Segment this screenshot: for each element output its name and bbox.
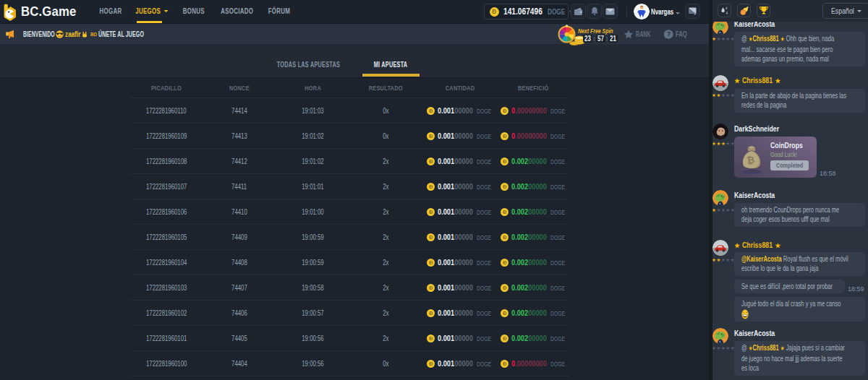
username[interactable]: Nvargas bbox=[651, 7, 673, 16]
bc-game-logo[interactable] bbox=[2, 2, 17, 22]
megaphone-icon bbox=[5, 30, 15, 39]
table-row[interactable]: 1722281960104 74408 19:00:59 2x Đ 0.0010… bbox=[130, 250, 569, 275]
coindrops-title: CoinDrops bbox=[770, 141, 803, 150]
avatar[interactable] bbox=[712, 328, 728, 344]
nav-label: BONUS bbox=[183, 7, 205, 15]
chat-bubble[interactable]: En la parte de abajo de la pagina tienes… bbox=[734, 89, 865, 113]
chat-message: ★★★★★ KaiserAcosta @ ★Chriss881 ★ Jajaja… bbox=[712, 328, 868, 376]
table-row[interactable]: 1722281960106 74410 19:01:00 2x Đ 0.0010… bbox=[130, 199, 569, 225]
profit-cell: Đ 0.00200000 DOGE bbox=[498, 283, 569, 292]
table-row[interactable]: 1722281960101 74405 19:00:56 2x Đ 0.0010… bbox=[130, 326, 569, 351]
language-label: Español bbox=[831, 7, 854, 15]
bets-table: PICADILLO NONCE HORA RESULTADO CANTIDAD … bbox=[130, 78, 569, 376]
coindrops-subtitle: Good Luck! bbox=[770, 151, 797, 158]
chat-bubble[interactable]: oh tremendo CounDrops pero nunca me deja… bbox=[734, 203, 865, 227]
faq-button[interactable]: ? FAQ bbox=[664, 24, 687, 44]
table-row[interactable]: 1722281960100 74404 19:00:56 0x Đ 0.0010… bbox=[130, 351, 569, 376]
chat-bubble[interactable]: @KaiserAcosta Royal flush es que el móvi… bbox=[734, 252, 865, 276]
tab-my-bets[interactable]: MI APUESTA bbox=[374, 60, 408, 69]
nav-item-hogar[interactable]: HOGAR bbox=[100, 0, 122, 22]
language-selector[interactable]: Español bbox=[822, 3, 868, 19]
profit-cell: Đ 0.00200000 DOGE bbox=[498, 182, 569, 191]
coin-drops-button[interactable] bbox=[718, 4, 731, 17]
avatar[interactable] bbox=[712, 240, 728, 256]
doge-coin-icon: Đ bbox=[490, 7, 499, 17]
currency-label: DOGE bbox=[477, 360, 491, 368]
sidebar-divider bbox=[709, 0, 712, 380]
bets-tabs-band: TODAS LAS APUESTAS MI APUESTA bbox=[0, 44, 709, 78]
currency-label: DOGE bbox=[550, 309, 565, 317]
chat-messages-area[interactable]: ★★★★★ KaiserAcosta @ ★Chriss881 ★ Ohh qu… bbox=[712, 22, 868, 380]
doge-coin-icon: Đ bbox=[427, 208, 435, 216]
vip-star-icon: ★ bbox=[734, 242, 740, 249]
coindrops-card[interactable]: ₿ CoinDrops Good Luck! Completed bbox=[734, 137, 817, 178]
mention: Chriss881 bbox=[753, 343, 779, 352]
bet-hash-cell: 1722281960107 bbox=[130, 183, 203, 191]
chat-username[interactable]: KaiserAcosta bbox=[734, 190, 868, 201]
avatar[interactable] bbox=[712, 190, 728, 206]
brand-name[interactable]: BC.Game bbox=[21, 4, 77, 20]
avatar[interactable] bbox=[712, 124, 728, 139]
table-row[interactable]: 1722281960108 74412 19:01:02 2x Đ 0.0010… bbox=[130, 149, 569, 174]
nav-item-forum[interactable]: FÓRUM bbox=[268, 0, 291, 22]
profit-cell: Đ 0.00200000 DOGE bbox=[498, 233, 569, 241]
doge-coin-icon: Đ bbox=[501, 157, 509, 165]
user-rating: ★★★★★ bbox=[712, 207, 736, 213]
bet-hash-cell: 1722281960100 bbox=[130, 360, 203, 368]
bell-icon bbox=[590, 7, 599, 16]
top-navigation-bar: BC.Game HOGAR JUEGOS BONUS ASOCIADO FÓRU… bbox=[0, 0, 709, 24]
time-cell: 19:01:01 bbox=[276, 183, 349, 191]
chat-username[interactable]: DarkSchneider bbox=[734, 124, 868, 134]
country-badge: BD bbox=[90, 31, 97, 38]
chevron-down-icon bbox=[163, 10, 168, 14]
tournament-button[interactable] bbox=[757, 4, 770, 17]
dark-face-avatar-icon bbox=[712, 124, 728, 139]
free-spin-label: Next Free Spin bbox=[578, 27, 613, 35]
balance-selector[interactable]: Đ 141.067496 DOGE bbox=[484, 4, 569, 20]
doge-coin-icon: Đ bbox=[427, 157, 435, 165]
chat-bubble[interactable]: Se que es difícil ,pero total por probar bbox=[734, 280, 845, 294]
chat-toggle-button[interactable] bbox=[685, 4, 700, 19]
messages-button[interactable] bbox=[603, 4, 618, 19]
nonce-cell: 74414 bbox=[203, 107, 276, 115]
table-row[interactable]: 1722281960107 74411 19:01:01 2x Đ 0.0010… bbox=[130, 174, 569, 199]
nav-item-juegos[interactable]: JUEGOS bbox=[136, 0, 169, 22]
nav-item-bonus[interactable]: BONUS bbox=[183, 0, 205, 22]
bet-hash-cell: 1722281960105 bbox=[130, 233, 203, 241]
trophy-icon bbox=[759, 6, 769, 15]
chat-bubble[interactable]: @ ★Chriss881 ★ Ohh que bien, nada mal...… bbox=[734, 32, 865, 66]
amount-cell: Đ 0.00100000 DOGE bbox=[422, 182, 498, 191]
tab-all-bets[interactable]: TODAS LAS APUESTAS bbox=[276, 60, 339, 69]
wallet-button[interactable] bbox=[571, 4, 586, 19]
chat-username[interactable]: ★ Chriss881 ★ bbox=[734, 240, 868, 251]
chat-username[interactable]: KaiserAcosta bbox=[734, 328, 868, 339]
red-car-avatar-icon bbox=[712, 75, 728, 91]
hot-games-button[interactable] bbox=[737, 4, 751, 17]
chat-username[interactable]: ★ Chriss881 ★ bbox=[734, 75, 868, 87]
table-row[interactable]: 1722281960110 74414 19:01:03 0x Đ 0.0010… bbox=[130, 98, 569, 124]
nav-item-asociado[interactable]: ASOCIADO bbox=[221, 0, 253, 22]
notifications-button[interactable] bbox=[587, 4, 602, 19]
profit-cell: Đ 0.00200000 DOGE bbox=[498, 258, 569, 267]
chevron-down-icon[interactable] bbox=[676, 12, 680, 17]
avatar[interactable] bbox=[712, 22, 728, 35]
chat-bubble[interactable]: Jugué todo el día al crash y ya me canso bbox=[734, 297, 865, 321]
currency-label: DOGE bbox=[550, 132, 565, 140]
table-row[interactable]: 1722281960105 74409 19:00:59 2x Đ 0.0010… bbox=[130, 225, 569, 250]
chat-username[interactable]: KaiserAcosta bbox=[734, 22, 868, 30]
chat-bubble[interactable]: @ ★Chriss881 ★ Jajaja pues si a cambiar … bbox=[734, 341, 865, 376]
table-row[interactable]: 1722281960103 74407 19:00:58 2x Đ 0.0010… bbox=[130, 275, 569, 301]
free-spin-timer: 23 : 57 : 21 bbox=[583, 35, 618, 43]
avatar[interactable] bbox=[712, 75, 728, 91]
nav-label: JUEGOS bbox=[136, 7, 161, 15]
table-row[interactable]: 1722281960109 74413 19:01:02 0x Đ 0.0010… bbox=[130, 124, 569, 149]
welcome-message: BIENVENIDO zaafir BD ÚNETE AL JUEGO bbox=[23, 24, 144, 44]
user-avatar[interactable] bbox=[634, 4, 650, 20]
header-divider bbox=[626, 7, 627, 17]
chat-message: ★★★★★ KaiserAcosta @ ★Chriss881 ★ Ohh qu… bbox=[712, 22, 868, 66]
table-row[interactable]: 1722281960102 74406 19:00:57 2x Đ 0.0010… bbox=[130, 301, 569, 326]
rank-button[interactable]: RANK bbox=[624, 24, 651, 44]
chevron-down-icon bbox=[857, 10, 861, 14]
highlighted-username[interactable]: zaafir bbox=[65, 30, 81, 38]
doge-coin-icon: Đ bbox=[501, 259, 509, 267]
